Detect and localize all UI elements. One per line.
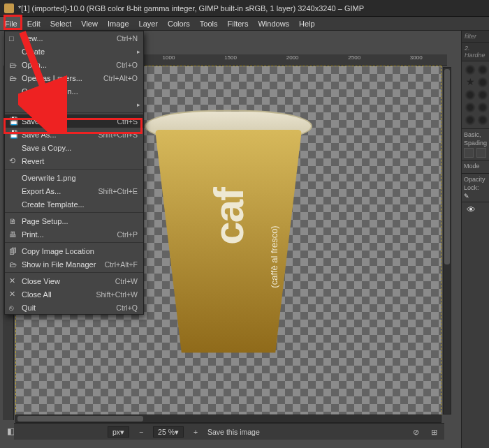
menu-layer[interactable]: Layer bbox=[134, 17, 163, 30]
new-brush-icon[interactable] bbox=[476, 148, 486, 158]
scrollbar-vertical[interactable] bbox=[443, 67, 451, 415]
layer-visibility-icon[interactable]: 👁 bbox=[464, 202, 479, 218]
zoom-in-button[interactable]: + bbox=[189, 426, 202, 438]
zoom-level[interactable]: 25 % ▾ bbox=[153, 426, 184, 438]
brush-texture3-icon[interactable] bbox=[465, 102, 476, 113]
brush-hardness-label: 2. Hardne bbox=[462, 43, 489, 61]
brush-filter-label: filter bbox=[462, 31, 489, 43]
brush-tab-basic[interactable]: Basic, bbox=[464, 131, 487, 140]
file-menu-copy-image-location[interactable]: 🗐Copy Image Location bbox=[5, 244, 143, 257]
cancel-icon[interactable]: ⊘ bbox=[409, 426, 422, 438]
brush-texture4-icon[interactable] bbox=[477, 102, 488, 113]
image-tagline-text: (caffè al fresco) bbox=[269, 225, 279, 288]
menubar: FileEditSelectViewImageLayerColorsToolsF… bbox=[0, 17, 489, 31]
zoom-out-button[interactable]: − bbox=[135, 426, 147, 438]
file-menu-open-recent[interactable]: Open Recent bbox=[5, 98, 143, 111]
file-menu-close-all[interactable]: ✕Close AllShift+Ctrl+W bbox=[5, 288, 143, 301]
file-menu-overwrite-1-png[interactable]: Overwrite 1.png bbox=[5, 171, 143, 184]
brush-texture6-icon[interactable] bbox=[477, 114, 488, 126]
lock-label: Lock: bbox=[464, 184, 487, 193]
file-menu-open[interactable]: 🗁Open...Ctrl+O bbox=[5, 58, 143, 71]
file-menu-create[interactable]: Create bbox=[5, 45, 143, 58]
edit-brush-icon[interactable] bbox=[464, 148, 474, 158]
right-dock: filter 2. Hardne Basic, Spading Mode bbox=[461, 31, 489, 448]
spacing-label: Spading bbox=[464, 140, 487, 148]
brush-grid[interactable] bbox=[462, 61, 489, 128]
menu-tools[interactable]: Tools bbox=[195, 17, 223, 30]
opacity-label: Opacity bbox=[464, 176, 487, 184]
file-menu-revert[interactable]: ⟲Revert bbox=[5, 154, 143, 167]
file-menu-show-in-file-manager[interactable]: 🗁Show in File ManagerCtrl+Alt+F bbox=[5, 257, 143, 271]
file-menu-save-a-copy[interactable]: Save a Copy... bbox=[5, 141, 143, 154]
canvas-image-content: caf (caffè al fresco) bbox=[145, 110, 312, 361]
brush-star-icon[interactable] bbox=[465, 77, 476, 88]
brush-texture5-icon[interactable] bbox=[465, 114, 476, 126]
file-menu-create-template[interactable]: Create Template... bbox=[5, 197, 143, 211]
window-titlebar: *[1] (imported)-10.0 (RGB color 8-bit ga… bbox=[0, 0, 489, 17]
brush-texture2-icon[interactable] bbox=[477, 89, 488, 100]
file-menu-open-location[interactable]: Open Location... bbox=[5, 84, 143, 98]
navigate-icon[interactable]: ⊞ bbox=[428, 426, 440, 438]
window-title: *[1] (imported)-10.0 (RGB color 8-bit ga… bbox=[18, 4, 364, 13]
menu-file[interactable]: File bbox=[0, 17, 22, 30]
file-menu-close-view[interactable]: ✕Close ViewCtrl+W bbox=[5, 274, 143, 288]
unit-selector[interactable]: px ▾ bbox=[108, 426, 129, 438]
menu-windows[interactable]: Windows bbox=[253, 17, 294, 30]
status-message: Save this image bbox=[207, 428, 260, 436]
file-menu-open-as-layers[interactable]: 🗁Open as Layers...Ctrl+Alt+O bbox=[5, 71, 143, 84]
menu-image[interactable]: Image bbox=[103, 17, 134, 30]
file-menu-dropdown: □New...Ctrl+NCreate🗁Open...Ctrl+O🗁Open a… bbox=[4, 31, 144, 315]
app-icon bbox=[4, 3, 14, 13]
file-menu-page-setup[interactable]: 🗎Page Setup... bbox=[5, 214, 143, 227]
menu-help[interactable]: Help bbox=[294, 17, 320, 30]
status-bar: px ▾ − 25 % ▾ + Save this image ⊘ ⊞ bbox=[14, 423, 444, 440]
brush-texture1-icon[interactable] bbox=[465, 89, 476, 100]
file-menu-save-as[interactable]: 💾Save As...Shift+Ctrl+S bbox=[5, 128, 143, 141]
file-menu-print[interactable]: 🖶Print...Ctrl+P bbox=[5, 227, 143, 241]
file-menu-save[interactable]: 💾Save...Ctrl+S bbox=[5, 114, 143, 128]
menu-view[interactable]: View bbox=[76, 17, 103, 30]
brush-hard-icon[interactable] bbox=[477, 64, 488, 75]
scrollbar-horizontal[interactable] bbox=[15, 415, 441, 423]
image-logo-text: caf bbox=[205, 188, 253, 245]
file-menu-new[interactable]: □New...Ctrl+N bbox=[5, 31, 143, 45]
file-menu-quit[interactable]: ⎋QuitCtrl+Q bbox=[5, 301, 143, 314]
brush-dot-icon[interactable] bbox=[477, 77, 488, 88]
menu-select[interactable]: Select bbox=[45, 17, 77, 30]
mode-label: Mode bbox=[464, 163, 487, 171]
file-menu-export-as[interactable]: Export As...Shift+Ctrl+E bbox=[5, 184, 143, 197]
menu-colors[interactable]: Colors bbox=[163, 17, 195, 30]
menu-edit[interactable]: Edit bbox=[22, 17, 45, 30]
menu-filters[interactable]: Filters bbox=[223, 17, 254, 30]
brush-soft-icon[interactable] bbox=[465, 64, 476, 75]
